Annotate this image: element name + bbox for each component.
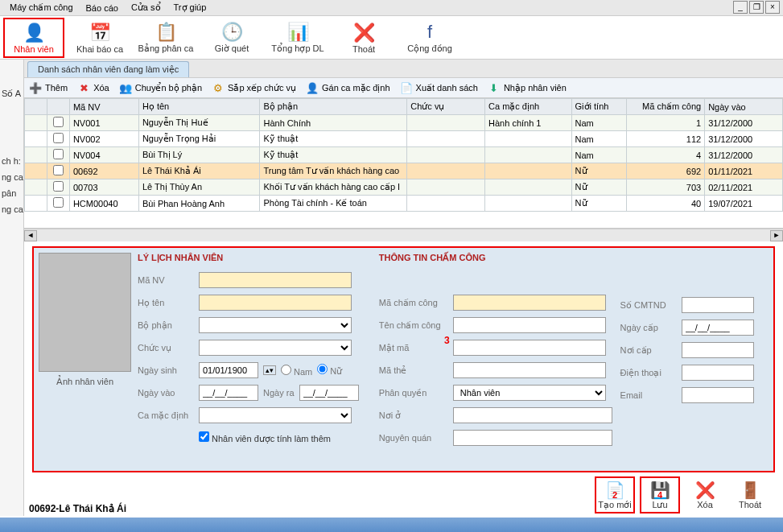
row-checkbox[interactable] bbox=[47, 163, 69, 179]
col-header[interactable]: Chức vụ bbox=[407, 99, 485, 115]
toolbar-nhân-viên[interactable]: 👤Nhân viên bbox=[3, 18, 64, 58]
button-icon: 🚪 bbox=[740, 480, 760, 500]
row-checkbox[interactable] bbox=[47, 179, 69, 196]
input-noi-o[interactable] bbox=[453, 407, 612, 423]
button-xóa[interactable]: ❌Xóa bbox=[685, 476, 725, 513]
row-checkbox[interactable] bbox=[47, 131, 69, 147]
toolbar-thoát[interactable]: ❌Thoát bbox=[333, 18, 394, 58]
col-header[interactable]: Ca mặc định bbox=[485, 99, 572, 115]
date-spinner[interactable]: ▴▾ bbox=[263, 365, 276, 375]
select-phan-quyen[interactable]: Nhân viên bbox=[453, 385, 606, 401]
button-thoát[interactable]: 🚪Thoát bbox=[730, 476, 770, 513]
table-row[interactable]: NV001Nguyễn Thị HuếHành ChínhHành chính … bbox=[25, 115, 783, 131]
col-header[interactable]: Ngày vào bbox=[705, 99, 783, 115]
cell-gioi-tinh: Nữ bbox=[571, 163, 627, 179]
cell-ma-nv: 00703 bbox=[69, 179, 138, 196]
cell-ho-ten: Bùi Thị Lý bbox=[138, 147, 260, 163]
select-ca-mac-dinh[interactable] bbox=[199, 407, 352, 423]
action-nhập-nhân-viên[interactable]: ⬇Nhập nhân viên bbox=[488, 81, 567, 94]
cell-ho-ten: Nguyễn Trọng Hải bbox=[138, 131, 260, 147]
selected-employee-label: 00692-Lê Thái Khả Ái bbox=[29, 503, 126, 514]
radio-nu[interactable] bbox=[317, 364, 328, 374]
check-lam-them[interactable] bbox=[199, 431, 209, 442]
table-row[interactable]: 00692Lê Thái Khả ÁiTrung tâm Tư vấn khác… bbox=[25, 163, 783, 179]
input-ten-cc[interactable] bbox=[453, 317, 606, 333]
toolbar-khai-báo-ca[interactable]: 📅Khai báo ca bbox=[69, 18, 130, 58]
window-restore[interactable]: ❐ bbox=[749, 1, 764, 14]
select-bo-phan[interactable] bbox=[199, 317, 352, 333]
row-selector[interactable] bbox=[25, 179, 47, 196]
table-row[interactable]: HCM00040Bùi Phan Hoàng AnhPhòng Tài chín… bbox=[25, 196, 783, 212]
employee-photo[interactable] bbox=[39, 253, 131, 372]
input-mat-ma[interactable] bbox=[453, 340, 606, 356]
label-ma-the: Mã thẻ bbox=[379, 365, 448, 376]
row-selector[interactable] bbox=[25, 147, 47, 163]
row-checkbox[interactable] bbox=[47, 115, 69, 131]
col-header[interactable]: Bộ phận bbox=[260, 99, 407, 115]
window-minimize[interactable]: _ bbox=[733, 1, 748, 14]
label-mat-ma: Mật mã bbox=[379, 343, 448, 353]
toolbar-bảng-phân-ca[interactable]: 📋Bảng phân ca bbox=[135, 18, 196, 58]
input-ngay-vao[interactable] bbox=[199, 385, 258, 401]
menu-bao-cao[interactable]: Báo cáo bbox=[80, 2, 125, 14]
input-ho-ten[interactable] bbox=[199, 295, 352, 311]
row-selector[interactable] bbox=[25, 131, 47, 147]
input-ngay-ra[interactable] bbox=[299, 385, 359, 401]
input-ma-cc[interactable] bbox=[453, 295, 606, 311]
input-email[interactable] bbox=[682, 387, 754, 403]
menu-tro-giup[interactable]: Trợ giúp bbox=[167, 1, 213, 14]
action-xuất-danh-sách[interactable]: 📄Xuất danh sách bbox=[400, 81, 478, 94]
action-thêm[interactable]: ➕Thêm bbox=[29, 81, 68, 94]
select-chuc-vu[interactable] bbox=[199, 340, 352, 356]
input-ngay-cap[interactable] bbox=[682, 320, 754, 336]
window-close[interactable]: × bbox=[765, 1, 780, 14]
row-selector[interactable] bbox=[25, 163, 47, 179]
row-selector[interactable] bbox=[25, 196, 47, 212]
col-header[interactable]: Giới tính bbox=[571, 99, 627, 115]
toolbar-label: Nhân viên bbox=[14, 44, 54, 54]
menu-may-cham-cong[interactable]: Máy chấm công bbox=[3, 1, 80, 14]
toolbar-giờ-quét[interactable]: 🕒Giờ quét bbox=[201, 18, 262, 58]
input-ma-the[interactable] bbox=[453, 362, 606, 378]
employee-grid[interactable]: Mã NVHọ tênBộ phậnChức vụCa mặc địnhGiới… bbox=[24, 98, 783, 229]
input-ma-nv[interactable] bbox=[199, 272, 352, 288]
toolbar-label: Cộng đồng bbox=[407, 43, 452, 54]
button-lưu[interactable]: 💾4Lưu bbox=[640, 476, 680, 513]
menu-bar: Máy chấm công Báo cáo Cửa sổ Trợ giúp _ … bbox=[0, 0, 783, 16]
label-noi-cap: Nơi cấp bbox=[620, 345, 677, 356]
tab-danh-sach[interactable]: Danh sách nhân viên đang làm việc bbox=[27, 61, 189, 77]
grid-scrollbar[interactable]: ◄► bbox=[24, 229, 783, 241]
row-checkbox[interactable] bbox=[47, 147, 69, 163]
table-row[interactable]: NV002Nguyễn Trọng HảiKỹ thuậtNam11231/12… bbox=[25, 131, 783, 147]
action-chuyển-bộ-phận[interactable]: 👥Chuyển bộ phận bbox=[119, 81, 202, 94]
input-nguyen-quan[interactable] bbox=[453, 430, 612, 446]
button-label: Thoát bbox=[739, 500, 761, 509]
table-row[interactable]: NV004Bùi Thị LýKỹ thuậtNam431/12/2000 bbox=[25, 147, 783, 163]
input-cmtnd[interactable] bbox=[682, 297, 754, 313]
button-tạo-mới[interactable]: 📄2Tạo mới bbox=[595, 476, 635, 513]
label-ngay-ra: Ngày ra bbox=[263, 388, 295, 398]
table-row[interactable]: 00703Lê Thị Thùy AnKhối Tư vấn khách hàn… bbox=[25, 179, 783, 196]
col-header[interactable] bbox=[47, 99, 69, 115]
label-ngay-vao: Ngày vào bbox=[138, 388, 194, 398]
action-gán-ca-mặc-định[interactable]: 👤Gán ca mặc định bbox=[306, 81, 390, 94]
cell-gioi-tinh: Nữ bbox=[571, 179, 627, 196]
col-header[interactable]: Mã NV bbox=[69, 99, 138, 115]
col-header[interactable]: Mã chấm công bbox=[627, 99, 705, 115]
input-noi-cap[interactable] bbox=[682, 342, 754, 358]
toolbar-cộng-đồng[interactable]: fCộng đồng bbox=[399, 18, 460, 58]
radio-nam[interactable] bbox=[281, 365, 291, 375]
cell-ngay-vao: 01/11/2021 bbox=[705, 163, 783, 179]
menu-cua-so[interactable]: Cửa sổ bbox=[125, 1, 167, 14]
action-xóa[interactable]: ✖Xóa bbox=[77, 81, 109, 94]
cell-gioi-tinh: Nữ bbox=[571, 196, 627, 212]
row-checkbox[interactable] bbox=[47, 196, 69, 212]
col-header[interactable]: Họ tên bbox=[138, 99, 260, 115]
sidebar-fragment: ng ca bbox=[2, 172, 23, 182]
input-ngay-sinh[interactable] bbox=[199, 362, 258, 378]
toolbar-tổng-hợp-dl[interactable]: 📊Tổng hợp DL bbox=[267, 18, 328, 58]
row-selector[interactable] bbox=[25, 115, 47, 131]
action-sắp-xếp-chức-vụ[interactable]: ⚙Sắp xếp chức vụ bbox=[212, 81, 296, 94]
input-dien-thoai[interactable] bbox=[682, 365, 754, 381]
col-header[interactable] bbox=[25, 99, 47, 115]
